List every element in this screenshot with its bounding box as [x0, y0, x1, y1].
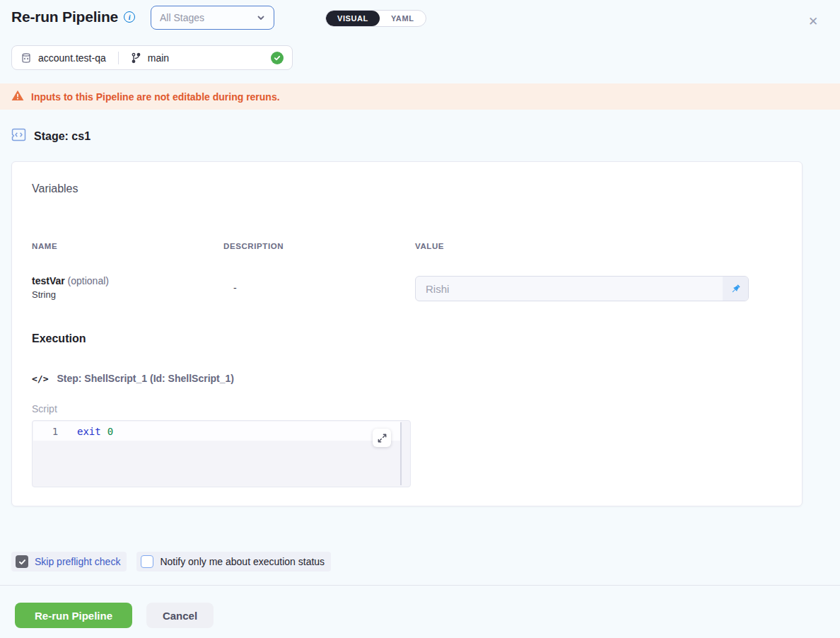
toggle-visual[interactable]: VISUAL	[326, 11, 380, 26]
column-header-value: VALUE	[415, 242, 444, 250]
pin-button[interactable]	[723, 277, 748, 301]
skip-preflight-option[interactable]: Skip preflight check	[11, 552, 127, 572]
info-icon[interactable]: i	[124, 11, 135, 23]
repo-branch-chip: account.test-qa main	[11, 45, 293, 70]
warning-icon	[11, 90, 24, 104]
repository-icon	[21, 52, 32, 64]
execution-section-title: Execution	[32, 332, 86, 345]
notify-only-me-checkbox[interactable]	[141, 555, 153, 568]
cancel-button[interactable]: Cancel	[146, 603, 214, 628]
valid-check-icon	[271, 52, 284, 64]
chip-divider	[118, 52, 119, 64]
shell-script-step-icon: </>	[32, 373, 48, 384]
column-header-description: DESCRIPTION	[223, 242, 284, 250]
expand-editor-button[interactable]	[373, 429, 391, 447]
script-field-label: Script	[32, 403, 57, 414]
code-keyword: exit	[77, 426, 101, 437]
warning-banner: Inputs to this Pipeline are not editable…	[0, 83, 840, 110]
rerun-pipeline-modal: Re-run Pipeline i All Stages VISUAL YAML…	[0, 0, 840, 638]
code-line: 1 exit 0	[33, 422, 401, 441]
skip-preflight-label: Skip preflight check	[35, 556, 120, 567]
custom-stage-icon	[11, 128, 26, 144]
step-label: Step: ShellScript_1 (Id: ShellScript_1)	[57, 373, 234, 384]
table-row: testVar (optional) String	[32, 275, 109, 300]
skip-preflight-checkbox[interactable]	[16, 555, 28, 568]
variable-optional-suffix: (optional)	[65, 275, 109, 286]
warning-text: Inputs to this Pipeline are not editable…	[31, 91, 280, 103]
variable-value-input[interactable]	[416, 277, 723, 301]
expand-icon	[378, 434, 387, 443]
repo-name: account.test-qa	[38, 52, 106, 64]
notify-only-me-label: Notify only me about execution status	[160, 556, 325, 567]
variables-section-title: Variables	[32, 182, 78, 195]
close-icon[interactable]: ✕	[805, 13, 822, 30]
chevron-down-icon	[257, 13, 265, 22]
stage-select-dropdown[interactable]: All Stages	[151, 6, 274, 30]
editor-scrollbar[interactable]	[400, 422, 402, 485]
column-header-name: NAME	[32, 242, 57, 250]
variable-description: -	[233, 282, 237, 294]
variable-name: testVar	[32, 275, 65, 286]
run-options: Skip preflight check Notify only me abou…	[11, 552, 331, 572]
step-heading: </> Step: ShellScript_1 (Id: ShellScript…	[32, 373, 234, 384]
stage-inputs-card: Variables NAME DESCRIPTION VALUE testVar…	[11, 161, 803, 506]
code-number: 0	[107, 426, 113, 437]
script-code-editor[interactable]: 1 exit 0	[32, 420, 411, 487]
git-branch-icon	[131, 52, 141, 64]
variable-type: String	[32, 289, 109, 300]
line-number: 1	[33, 426, 77, 437]
page-title: Re-run Pipeline	[11, 8, 118, 25]
rerun-pipeline-button[interactable]: Re-run Pipeline	[15, 603, 132, 628]
variable-value-field	[415, 276, 749, 301]
check-icon	[18, 558, 26, 566]
stage-heading: Stage: cs1	[11, 128, 91, 144]
modal-header: Re-run Pipeline i	[11, 8, 135, 25]
visual-yaml-toggle: VISUAL YAML	[325, 10, 426, 27]
stage-select-value: All Stages	[160, 12, 204, 23]
footer-divider	[0, 585, 840, 586]
notify-only-me-option[interactable]: Notify only me about execution status	[136, 552, 331, 572]
branch-name: main	[148, 52, 169, 64]
toggle-yaml[interactable]: YAML	[380, 11, 426, 26]
pin-icon	[730, 284, 741, 294]
stage-title: Stage: cs1	[34, 130, 91, 143]
